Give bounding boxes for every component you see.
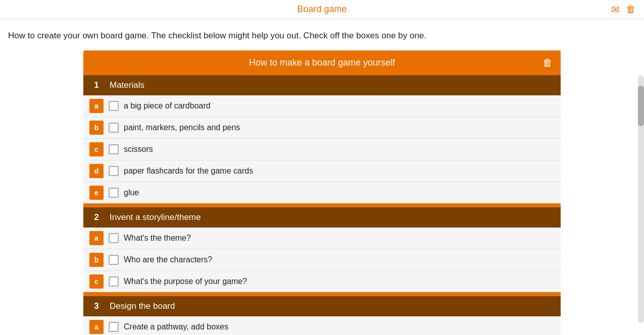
- item-text-2a: What's the theme?: [124, 234, 191, 243]
- checkbox-1e[interactable]: [109, 188, 119, 198]
- section-title-row-1: 1 Materials: [83, 75, 561, 95]
- checkbox-1a[interactable]: [109, 101, 119, 111]
- checkbox-1b[interactable]: [109, 123, 119, 133]
- intro-text: How to create your own board game. The c…: [0, 19, 556, 50]
- section-3-items: a Create a pathway, add boxes: [83, 316, 561, 336]
- section-number-3: 3: [89, 301, 104, 311]
- item-text-1c: scissors: [124, 145, 153, 154]
- checkbox-2c[interactable]: [109, 276, 119, 287]
- list-item: d paper flashcards for the game cards: [83, 160, 561, 182]
- item-text-1d: paper flashcards for the game cards: [124, 166, 253, 176]
- item-letter-1c: c: [89, 142, 104, 156]
- checklist-trash-icon[interactable]: 🗑: [542, 57, 553, 69]
- item-text-2c: What's the purpose of your game?: [124, 277, 247, 286]
- item-text-2b: Who are the characters?: [124, 255, 212, 264]
- checkbox-3a[interactable]: [109, 322, 119, 332]
- header-icons: ✉ 🗑: [611, 4, 636, 16]
- section-title-row-2: 2 Invent a storyline/theme: [83, 207, 561, 228]
- checklist-container: How to make a board game yourself 🗑 1 Ma…: [83, 50, 561, 336]
- item-letter-2c: c: [89, 274, 104, 289]
- item-letter-1a: a: [89, 99, 104, 113]
- item-text-3a: Create a pathway, add boxes: [124, 322, 228, 331]
- section-2: 2 Invent a storyline/theme a What's the …: [83, 207, 561, 292]
- list-item: b paint, markers, pencils and pens: [83, 117, 561, 139]
- item-text-1a: a big piece of cardboard: [124, 101, 211, 110]
- checkbox-1d[interactable]: [109, 166, 119, 176]
- section-label-2: Invent a storyline/theme: [110, 212, 201, 222]
- page-title: Board game: [297, 4, 346, 15]
- section-3: 3 Design the board a Create a pathway, a…: [83, 296, 561, 336]
- section-number-2: 2: [89, 212, 104, 222]
- list-item: c scissors: [83, 139, 561, 160]
- item-letter-1d: d: [89, 164, 104, 178]
- item-text-1e: glue: [124, 188, 139, 197]
- trash-icon[interactable]: 🗑: [626, 4, 636, 15]
- list-item: a a big piece of cardboard: [83, 95, 561, 117]
- checkbox-1c[interactable]: [109, 144, 119, 154]
- mail-icon[interactable]: ✉: [611, 4, 620, 16]
- section-label-1: Materials: [110, 80, 144, 90]
- list-item: b Who are the characters?: [83, 249, 561, 271]
- item-letter-1e: e: [89, 186, 104, 200]
- list-item: a What's the theme?: [83, 228, 561, 249]
- scrollbar-thumb[interactable]: [638, 86, 644, 126]
- section-title-row-3: 3 Design the board: [83, 296, 561, 316]
- item-letter-3a: a: [89, 320, 104, 334]
- section-1: 1 Materials a a big piece of cardboard b…: [83, 75, 561, 203]
- section-label-3: Design the board: [110, 301, 175, 311]
- checklist-header: How to make a board game yourself 🗑: [83, 50, 561, 75]
- list-item: a Create a pathway, add boxes: [83, 316, 561, 336]
- section-number-1: 1: [89, 80, 104, 90]
- item-letter-1b: b: [89, 121, 104, 135]
- section-1-items: a a big piece of cardboard b paint, mark…: [83, 95, 561, 203]
- list-item: e glue: [83, 182, 561, 203]
- checklist-title: How to make a board game yourself: [249, 58, 395, 68]
- item-text-1b: paint, markers, pencils and pens: [124, 123, 240, 132]
- checkbox-2a[interactable]: [109, 233, 119, 243]
- scrollbar-track[interactable]: [638, 76, 644, 323]
- section-2-items: a What's the theme? b Who are the charac…: [83, 228, 561, 292]
- list-item: c What's the purpose of your game?: [83, 271, 561, 292]
- page-header: Board game ✉ 🗑: [0, 0, 644, 19]
- item-letter-2b: b: [89, 253, 104, 267]
- checkbox-2b[interactable]: [109, 255, 119, 265]
- item-letter-2a: a: [89, 231, 104, 245]
